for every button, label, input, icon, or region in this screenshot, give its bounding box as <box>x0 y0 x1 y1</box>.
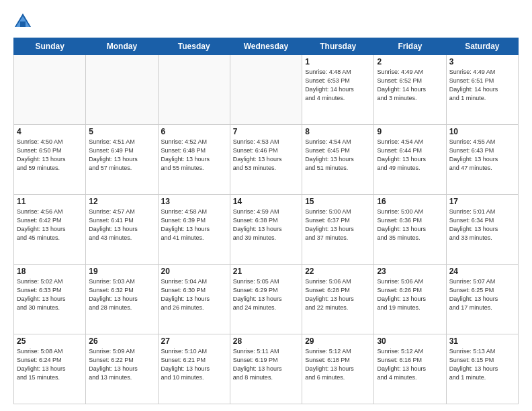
day-number: 24 <box>449 267 515 276</box>
calendar-cell <box>158 55 230 125</box>
calendar-week-1: 1Sunrise: 4:48 AMSunset: 6:53 PMDaylight… <box>14 55 519 125</box>
calendar-cell: 27Sunrise: 5:10 AMSunset: 6:21 PMDayligh… <box>158 334 230 404</box>
calendar-cell <box>86 55 158 125</box>
col-header-friday: Friday <box>374 38 446 55</box>
calendar-cell: 4Sunrise: 4:50 AMSunset: 6:50 PMDaylight… <box>14 125 86 195</box>
header <box>13 12 519 31</box>
day-number: 22 <box>305 267 371 276</box>
calendar-cell: 1Sunrise: 4:48 AMSunset: 6:53 PMDaylight… <box>302 55 374 125</box>
day-number: 15 <box>305 197 371 206</box>
day-number: 5 <box>89 127 154 136</box>
logo <box>13 12 35 31</box>
day-info: Sunrise: 4:48 AMSunset: 6:53 PMDaylight:… <box>305 68 371 103</box>
calendar-cell: 13Sunrise: 4:58 AMSunset: 6:39 PMDayligh… <box>158 195 230 265</box>
svg-rect-2 <box>20 21 26 27</box>
day-number: 11 <box>17 197 83 206</box>
day-number: 23 <box>377 267 443 276</box>
calendar-week-5: 25Sunrise: 5:08 AMSunset: 6:24 PMDayligh… <box>14 334 519 404</box>
day-info: Sunrise: 4:50 AMSunset: 6:50 PMDaylight:… <box>17 138 83 173</box>
calendar-week-3: 11Sunrise: 4:56 AMSunset: 6:42 PMDayligh… <box>14 195 519 265</box>
day-number: 31 <box>449 336 515 346</box>
day-info: Sunrise: 5:12 AMSunset: 6:16 PMDaylight:… <box>377 347 443 382</box>
day-number: 4 <box>17 127 83 136</box>
day-info: Sunrise: 5:02 AMSunset: 6:33 PMDaylight:… <box>17 277 83 312</box>
day-info: Sunrise: 5:00 AMSunset: 6:36 PMDaylight:… <box>377 208 443 242</box>
day-info: Sunrise: 4:54 AMSunset: 6:44 PMDaylight:… <box>377 138 443 173</box>
calendar-cell: 17Sunrise: 5:01 AMSunset: 6:34 PMDayligh… <box>446 195 518 265</box>
calendar-cell: 6Sunrise: 4:52 AMSunset: 6:48 PMDaylight… <box>158 125 230 195</box>
day-number: 16 <box>377 197 443 206</box>
calendar-cell: 11Sunrise: 4:56 AMSunset: 6:42 PMDayligh… <box>14 195 86 265</box>
day-info: Sunrise: 5:13 AMSunset: 6:15 PMDaylight:… <box>449 347 515 382</box>
calendar-week-4: 18Sunrise: 5:02 AMSunset: 6:33 PMDayligh… <box>14 265 519 334</box>
day-number: 19 <box>89 267 154 276</box>
day-info: Sunrise: 4:51 AMSunset: 6:49 PMDaylight:… <box>89 138 154 173</box>
calendar-cell: 10Sunrise: 4:55 AMSunset: 6:43 PMDayligh… <box>446 125 518 195</box>
day-number: 9 <box>377 127 443 136</box>
calendar-cell: 26Sunrise: 5:09 AMSunset: 6:22 PMDayligh… <box>86 334 158 404</box>
day-number: 1 <box>305 57 371 66</box>
page: SundayMondayTuesdayWednesdayThursdayFrid… <box>0 0 532 411</box>
logo-icon <box>13 12 32 31</box>
day-info: Sunrise: 5:01 AMSunset: 6:34 PMDaylight:… <box>449 208 515 242</box>
day-info: Sunrise: 4:58 AMSunset: 6:39 PMDaylight:… <box>161 208 227 242</box>
day-info: Sunrise: 4:59 AMSunset: 6:38 PMDaylight:… <box>233 208 299 242</box>
calendar-cell: 14Sunrise: 4:59 AMSunset: 6:38 PMDayligh… <box>230 195 302 265</box>
col-header-thursday: Thursday <box>302 38 374 55</box>
calendar-cell: 9Sunrise: 4:54 AMSunset: 6:44 PMDaylight… <box>374 125 446 195</box>
calendar-cell: 25Sunrise: 5:08 AMSunset: 6:24 PMDayligh… <box>14 334 86 404</box>
calendar-cell: 20Sunrise: 5:04 AMSunset: 6:30 PMDayligh… <box>158 265 230 334</box>
day-number: 14 <box>233 197 299 206</box>
day-info: Sunrise: 5:04 AMSunset: 6:30 PMDaylight:… <box>161 277 227 312</box>
calendar-cell: 8Sunrise: 4:54 AMSunset: 6:45 PMDaylight… <box>302 125 374 195</box>
day-info: Sunrise: 4:56 AMSunset: 6:42 PMDaylight:… <box>17 208 83 242</box>
day-number: 20 <box>161 267 227 276</box>
day-info: Sunrise: 4:53 AMSunset: 6:46 PMDaylight:… <box>233 138 299 173</box>
day-number: 17 <box>449 197 515 206</box>
col-header-tuesday: Tuesday <box>158 38 230 55</box>
day-number: 29 <box>305 336 371 346</box>
calendar-table: SundayMondayTuesdayWednesdayThursdayFrid… <box>13 38 519 404</box>
day-info: Sunrise: 5:07 AMSunset: 6:25 PMDaylight:… <box>449 277 515 312</box>
day-info: Sunrise: 4:54 AMSunset: 6:45 PMDaylight:… <box>305 138 371 173</box>
day-info: Sunrise: 4:52 AMSunset: 6:48 PMDaylight:… <box>161 138 227 173</box>
calendar-cell: 28Sunrise: 5:11 AMSunset: 6:19 PMDayligh… <box>230 334 302 404</box>
calendar-cell: 24Sunrise: 5:07 AMSunset: 6:25 PMDayligh… <box>446 265 518 334</box>
calendar-cell: 22Sunrise: 5:06 AMSunset: 6:28 PMDayligh… <box>302 265 374 334</box>
day-number: 13 <box>161 197 227 206</box>
day-info: Sunrise: 4:49 AMSunset: 6:52 PMDaylight:… <box>377 68 443 103</box>
day-info: Sunrise: 5:10 AMSunset: 6:21 PMDaylight:… <box>161 347 227 382</box>
calendar-week-2: 4Sunrise: 4:50 AMSunset: 6:50 PMDaylight… <box>14 125 519 195</box>
day-number: 2 <box>377 57 443 66</box>
calendar-cell: 31Sunrise: 5:13 AMSunset: 6:15 PMDayligh… <box>446 334 518 404</box>
calendar-cell: 29Sunrise: 5:12 AMSunset: 6:18 PMDayligh… <box>302 334 374 404</box>
day-number: 10 <box>449 127 515 136</box>
calendar-cell: 23Sunrise: 5:06 AMSunset: 6:26 PMDayligh… <box>374 265 446 334</box>
day-info: Sunrise: 5:09 AMSunset: 6:22 PMDaylight:… <box>89 347 154 382</box>
col-header-sunday: Sunday <box>14 38 86 55</box>
col-header-monday: Monday <box>86 38 158 55</box>
day-info: Sunrise: 4:49 AMSunset: 6:51 PMDaylight:… <box>449 68 515 103</box>
calendar-cell: 19Sunrise: 5:03 AMSunset: 6:32 PMDayligh… <box>86 265 158 334</box>
calendar-cell: 12Sunrise: 4:57 AMSunset: 6:41 PMDayligh… <box>86 195 158 265</box>
day-info: Sunrise: 5:06 AMSunset: 6:28 PMDaylight:… <box>305 277 371 312</box>
day-info: Sunrise: 4:55 AMSunset: 6:43 PMDaylight:… <box>449 138 515 173</box>
col-header-saturday: Saturday <box>446 38 518 55</box>
day-info: Sunrise: 4:57 AMSunset: 6:41 PMDaylight:… <box>89 208 154 242</box>
day-number: 21 <box>233 267 299 276</box>
day-info: Sunrise: 5:06 AMSunset: 6:26 PMDaylight:… <box>377 277 443 312</box>
day-info: Sunrise: 5:11 AMSunset: 6:19 PMDaylight:… <box>233 347 299 382</box>
calendar-cell: 30Sunrise: 5:12 AMSunset: 6:16 PMDayligh… <box>374 334 446 404</box>
day-info: Sunrise: 5:05 AMSunset: 6:29 PMDaylight:… <box>233 277 299 312</box>
day-info: Sunrise: 5:08 AMSunset: 6:24 PMDaylight:… <box>17 347 83 382</box>
day-number: 12 <box>89 197 154 206</box>
day-number: 3 <box>449 57 515 66</box>
day-number: 27 <box>161 336 227 346</box>
calendar-cell <box>14 55 86 125</box>
day-number: 7 <box>233 127 299 136</box>
day-number: 8 <box>305 127 371 136</box>
calendar-cell: 18Sunrise: 5:02 AMSunset: 6:33 PMDayligh… <box>14 265 86 334</box>
day-info: Sunrise: 5:00 AMSunset: 6:37 PMDaylight:… <box>305 208 371 242</box>
calendar-cell: 3Sunrise: 4:49 AMSunset: 6:51 PMDaylight… <box>446 55 518 125</box>
day-number: 18 <box>17 267 83 276</box>
